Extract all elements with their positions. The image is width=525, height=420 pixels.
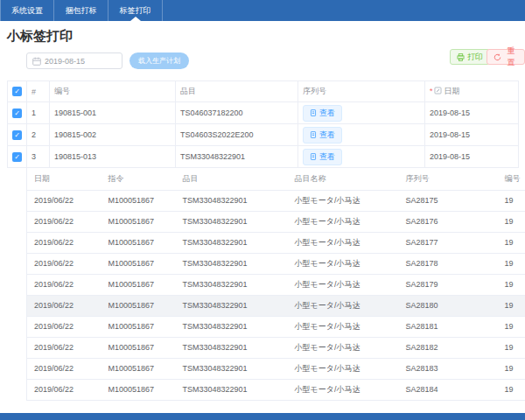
cell-code: 190815-002 [50, 124, 176, 146]
view-button[interactable]: 查看 [303, 127, 342, 144]
plan-table-row[interactable]: 2019/06/22 M100051867 TSM33048322901 小型モ… [27, 379, 525, 400]
caret-up-icon [130, 17, 141, 21]
header-order: 指令 [102, 168, 176, 190]
header-code: 编号 [50, 81, 176, 102]
cell-item: TSM33048322901 [176, 337, 288, 358]
cell-serial: SA28179 [399, 274, 498, 295]
page-title: 小标签打印 [7, 28, 73, 45]
cell-date: 2019/06/22 [27, 316, 102, 337]
view-button-label: 查看 [319, 151, 335, 163]
cell-index: 2 [27, 124, 50, 146]
header-serial: 序列号 [298, 81, 425, 102]
row-select-cell: ✓ [8, 124, 27, 146]
reset-button-label: 重置 [504, 46, 518, 68]
cell-code: 19 [498, 274, 525, 295]
view-button[interactable]: 查看 [303, 105, 342, 122]
cell-item: TSM33048322901 [176, 274, 288, 295]
cell-serial: SA28181 [399, 316, 498, 337]
header-date-label: 日期 [444, 87, 460, 95]
date-input[interactable]: 2019-08-15 [26, 52, 122, 69]
cell-item-name: 小型モータ/小马达 [288, 316, 399, 337]
select-all-checkbox[interactable]: ✓ [12, 87, 22, 96]
header-serial: 序列号 [399, 168, 498, 190]
cell-code: 19 [498, 358, 525, 379]
plan-table-row[interactable]: 2019/06/22 M100051867 TSM33048322901 小型モ… [27, 211, 525, 232]
cell-serial: SA28177 [399, 232, 498, 253]
printer-icon [457, 53, 465, 61]
document-icon [310, 153, 317, 160]
cell-index: 3 [27, 146, 50, 168]
cell-code: 19 [498, 232, 525, 253]
row-checkbox[interactable]: ✓ [12, 108, 22, 118]
cell-item-name: 小型モータ/小马达 [288, 232, 399, 253]
view-button-label: 查看 [319, 130, 335, 141]
cell-serial: 查看 [298, 146, 425, 168]
cell-date: 2019/06/22 [27, 232, 102, 253]
plan-table-row[interactable]: 2019/06/22 M100051867 TSM33048322901 小型モ… [27, 358, 525, 379]
plan-table-row[interactable]: 2019/06/22 M100051867 TSM33048322901 小型モ… [27, 274, 525, 295]
cell-item-name: 小型モータ/小马达 [288, 337, 399, 358]
cell-order: M100051867 [102, 316, 176, 337]
plan-table-row[interactable]: 2019/06/22 M100051867 TSM33048322901 小型モ… [27, 190, 525, 211]
print-button-label: 打印 [467, 52, 483, 63]
view-button[interactable]: 查看 [303, 149, 342, 165]
row-checkbox[interactable]: ✓ [12, 152, 22, 162]
bottom-bar [0, 413, 525, 420]
row-select-cell: ✓ [8, 102, 27, 124]
cell-date: 2019/06/22 [27, 337, 102, 358]
plan-table-header-row: 日期 指令 品目 品目名称 序列号 编号 [27, 168, 525, 190]
cell-serial: SA28182 [399, 337, 498, 358]
cell-order: M100051867 [102, 379, 176, 400]
header-date: 日期 [27, 168, 102, 190]
cell-item: TSM33048322901 [176, 295, 288, 316]
plan-table-row[interactable]: 2019/06/22 M100051867 TSM33048322901 小型モ… [27, 295, 525, 316]
row-select-cell: ✓ [8, 146, 27, 168]
cell-item: TSM33048322901 [176, 211, 288, 232]
cell-code: 19 [498, 211, 525, 232]
cell-date: 2019/06/22 [27, 211, 102, 232]
view-button-label: 查看 [319, 108, 335, 119]
cell-date: 2019/06/22 [27, 358, 102, 379]
tab-bundle-marking[interactable]: 捆包打标 [54, 0, 108, 21]
plan-table-row[interactable]: 2019/06/22 M100051867 TSM33048322901 小型モ… [27, 337, 525, 358]
cell-date: 2019/06/22 [27, 274, 102, 295]
print-button[interactable]: 打印 [450, 49, 490, 65]
plan-table-row[interactable]: 2019/06/22 M100051867 TSM33048322901 小型モ… [27, 316, 525, 337]
header-index: # [27, 81, 50, 102]
batch-table: ✓ # 编号 品目 序列号 *日期 ✓ 1 190815-001 TS04603… [7, 80, 519, 168]
cell-code: 19 [498, 316, 525, 337]
cell-serial: 查看 [298, 124, 425, 146]
cell-date: 2019/06/22 [27, 253, 102, 274]
cell-code: 190815-013 [50, 146, 176, 168]
cell-serial: 查看 [298, 102, 425, 124]
cell-item-name: 小型モータ/小马达 [288, 253, 399, 274]
cell-date: 2019/06/22 [27, 190, 102, 211]
batch-table-header-row: ✓ # 编号 品目 序列号 *日期 [8, 81, 519, 102]
calendar-icon [32, 57, 41, 66]
cell-item: TSM33048322901 [176, 358, 288, 379]
cell-serial: SA28175 [399, 190, 498, 211]
cell-index: 1 [27, 102, 50, 124]
cell-item-name: 小型モータ/小马达 [288, 190, 399, 211]
cell-serial: SA28178 [399, 253, 498, 274]
cell-item: TSM33048322901 [176, 190, 288, 211]
header-item: 品目 [176, 81, 298, 102]
plan-table-row[interactable]: 2019/06/22 M100051867 TSM33048322901 小型モ… [27, 232, 525, 253]
cell-item: TSM33048322901 [176, 232, 288, 253]
select-all-cell: ✓ [8, 81, 27, 102]
cell-order: M100051867 [102, 295, 176, 316]
cell-code: 19 [498, 337, 525, 358]
cell-order: M100051867 [102, 211, 176, 232]
header-item: 品目 [176, 168, 288, 190]
cell-code: 19 [498, 190, 525, 211]
document-icon [310, 131, 317, 138]
header-date: *日期 [425, 81, 519, 102]
cell-date: 2019/06/22 [27, 295, 102, 316]
cell-date: 2019-08-15 [425, 146, 519, 168]
reset-button[interactable]: 重置 [486, 49, 525, 65]
plan-table-row[interactable]: 2019/06/22 M100051867 TSM33048322901 小型モ… [27, 253, 525, 274]
row-checkbox[interactable]: ✓ [12, 130, 22, 140]
tab-system-settings[interactable]: 系统设置 [0, 0, 54, 21]
cell-item: TS04603S2022E200 [176, 124, 298, 146]
load-production-plan-button[interactable]: 载入生产计划 [130, 52, 189, 69]
